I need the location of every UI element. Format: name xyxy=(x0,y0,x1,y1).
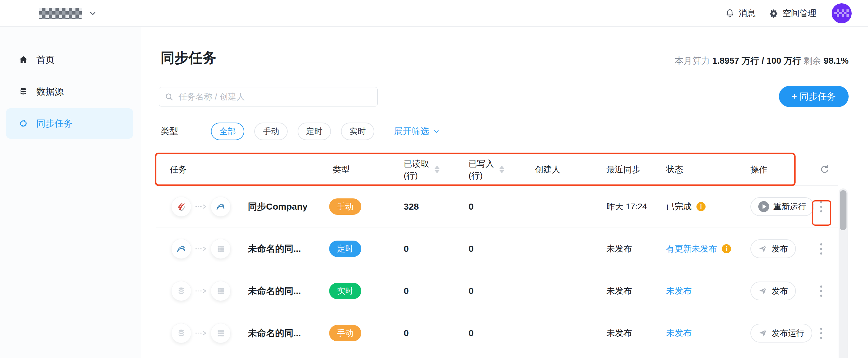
sidebar-item-label: 同步任务 xyxy=(36,117,73,130)
last-sync-value: 未发布 xyxy=(607,243,666,254)
table-scrollbar[interactable] xyxy=(839,188,848,358)
written-rows-value: 0 xyxy=(469,328,535,338)
topbar: 消息 空间管理 xyxy=(0,0,868,27)
sidebar: 首页 数据源 同步任务 xyxy=(0,27,141,358)
sort-written-icon[interactable] xyxy=(499,166,504,173)
more-menu-button[interactable] xyxy=(818,326,824,341)
more-menu-button[interactable] xyxy=(818,199,824,214)
column-header-task: 任务 xyxy=(156,164,333,175)
table-icon xyxy=(211,323,230,343)
mysql-icon xyxy=(172,239,191,258)
search-input[interactable] xyxy=(178,92,372,102)
chevron-down-icon xyxy=(89,9,97,18)
last-sync-value: 未发布 xyxy=(607,285,666,297)
quota-prefix: 本月算力 xyxy=(675,56,710,65)
table-header-row: 任务 类型 已读取 (行) 已写入 (行) 创建人 最近同步 状态 操作 xyxy=(156,154,838,186)
column-header-last-sync: 最近同步 xyxy=(607,164,666,175)
status-text: 未发布 xyxy=(666,327,692,339)
task-name[interactable]: 未命名的同... xyxy=(248,327,301,339)
sidebar-item-home[interactable]: 首页 xyxy=(6,45,133,75)
sort-read-icon[interactable] xyxy=(435,166,439,173)
refresh-icon[interactable] xyxy=(819,164,830,175)
search-input-wrapper[interactable] xyxy=(159,87,378,107)
plane-icon xyxy=(758,329,767,338)
task-name[interactable]: 同步Company xyxy=(248,200,308,213)
avatar-redacted xyxy=(834,9,849,17)
type-badge: 实时 xyxy=(329,283,361,299)
quota-usage: 1.8957 万行 / 100 万行 xyxy=(712,56,801,65)
table-icon xyxy=(211,281,230,301)
status-text: 有更新未发布 xyxy=(666,243,717,254)
table-row[interactable]: 未命名的同... 定时 0 0 未发布 有更新未发布 发布 xyxy=(156,228,838,270)
expand-filters-link[interactable]: 展开筛选 xyxy=(394,125,440,137)
written-rows-value: 0 xyxy=(469,244,535,254)
publish-button[interactable]: 发布 xyxy=(750,281,796,300)
quota-remain-label: 剩余 xyxy=(804,56,821,65)
sidebar-item-label: 数据源 xyxy=(36,86,64,98)
messages-button[interactable]: 消息 xyxy=(725,0,755,27)
info-icon[interactable] xyxy=(696,202,706,211)
column-header-read: 已读取 (行) xyxy=(404,158,469,182)
quota-remain-value: 98.1% xyxy=(824,56,848,65)
dashed-arrow-icon xyxy=(195,330,207,336)
more-menu-button[interactable] xyxy=(818,242,824,256)
sidebar-item-label: 首页 xyxy=(36,54,55,66)
task-name[interactable]: 未命名的同... xyxy=(248,285,301,297)
type-badge: 手动 xyxy=(329,198,361,215)
column-header-type: 类型 xyxy=(333,164,404,175)
status-text: 未发布 xyxy=(666,285,692,297)
rerun-button[interactable]: 重新运行 xyxy=(750,197,814,216)
database-gray-icon xyxy=(172,323,191,343)
table-row[interactable]: 未命名的同... 实时 0 0 未发布 未发布 发布 xyxy=(156,270,838,312)
avatar[interactable] xyxy=(832,3,851,23)
last-sync-value: 未发布 xyxy=(607,327,666,339)
table-icon xyxy=(211,239,230,258)
bell-icon xyxy=(725,8,735,18)
read-rows-value: 0 xyxy=(404,328,469,338)
sidebar-item-datasource[interactable]: 数据源 xyxy=(6,77,133,107)
dashed-arrow-icon xyxy=(195,204,207,209)
read-rows-value: 0 xyxy=(404,244,469,254)
sidebar-item-sync-tasks[interactable]: 同步任务 xyxy=(6,108,133,139)
more-menu-button[interactable] xyxy=(818,284,824,299)
search-icon xyxy=(164,92,174,101)
read-rows-value: 0 xyxy=(404,286,469,296)
publish-button[interactable]: 发布 xyxy=(750,239,796,258)
publish-run-button[interactable]: 发布运行 xyxy=(750,324,812,342)
sync-task-table: 任务 类型 已读取 (行) 已写入 (行) 创建人 最近同步 状态 操作 xyxy=(156,154,838,354)
expand-filters-label: 展开筛选 xyxy=(394,125,429,137)
chevron-down-icon xyxy=(433,128,440,135)
space-admin-label: 空间管理 xyxy=(782,7,816,19)
play-icon xyxy=(758,201,769,212)
database-gray-icon xyxy=(172,281,191,301)
space-admin-button[interactable]: 空间管理 xyxy=(769,0,816,27)
filter-type-label: 类型 xyxy=(161,125,178,137)
dashed-arrow-icon xyxy=(195,246,207,251)
workspace-name-redacted xyxy=(39,8,82,19)
type-badge: 手动 xyxy=(329,325,361,341)
filter-pill-scheduled[interactable]: 定时 xyxy=(298,122,331,140)
table-row[interactable]: 同步Company 手动 328 0 昨天 17:24 已完成 重新运行 xyxy=(156,186,838,228)
column-header-status: 状态 xyxy=(666,164,750,175)
quota-summary: 本月算力 1.8957 万行 / 100 万行 剩余 98.1% xyxy=(675,55,848,67)
filter-pill-all[interactable]: 全部 xyxy=(211,122,244,140)
create-sync-task-button[interactable]: + 同步任务 xyxy=(779,86,848,107)
scrollbar-thumb[interactable] xyxy=(840,190,846,230)
task-name[interactable]: 未命名的同... xyxy=(248,243,301,255)
filter-row: 类型 全部 手动 定时 实时 展开筛选 xyxy=(161,122,440,140)
info-icon[interactable] xyxy=(722,244,731,253)
written-rows-value: 0 xyxy=(469,201,535,212)
status-text: 已完成 xyxy=(666,201,692,212)
plane-icon xyxy=(758,244,767,253)
written-rows-value: 0 xyxy=(469,286,535,296)
home-icon xyxy=(18,55,29,65)
mysql-icon xyxy=(211,197,230,216)
filter-pill-manual[interactable]: 手动 xyxy=(254,122,288,140)
table-row[interactable]: 未命名的同... 手动 0 0 未发布 未发布 发布运行 xyxy=(156,312,838,354)
messages-label: 消息 xyxy=(739,7,755,19)
read-rows-value: 328 xyxy=(404,201,469,212)
filter-pill-realtime[interactable]: 实时 xyxy=(341,122,374,140)
column-header-creator: 创建人 xyxy=(535,164,607,175)
workspace-switcher[interactable] xyxy=(39,8,97,19)
type-badge: 定时 xyxy=(329,241,361,257)
